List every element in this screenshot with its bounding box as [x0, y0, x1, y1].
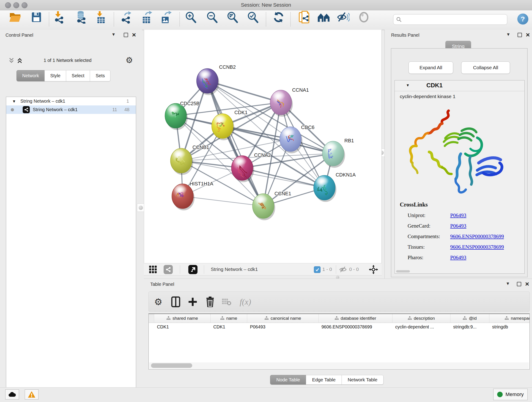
zoom-selected-icon[interactable] — [247, 11, 259, 24]
network-node-RB1[interactable] — [322, 141, 345, 168]
export-image-icon[interactable] — [159, 11, 172, 24]
control-panel-float-icon[interactable] — [124, 33, 128, 38]
network-canvas[interactable]: CCNB2CCNA1CDC25BCDK1CDC6RB1CCNB1CCNA2CDK… — [144, 30, 382, 263]
expand-all-tree-icon[interactable] — [8, 57, 15, 65]
zoom-fit-icon[interactable] — [226, 11, 239, 24]
tab-network-table[interactable]: Network Table — [342, 375, 384, 385]
results-panel-close-icon[interactable]: × — [526, 32, 530, 37]
column-header-@id[interactable]: @id — [450, 314, 489, 323]
import-table-file-icon[interactable] — [95, 11, 108, 24]
hide-selected-icon[interactable] — [337, 11, 350, 24]
splitter-handle-left[interactable] — [137, 204, 144, 212]
network-node-HIST1H1A[interactable] — [172, 184, 195, 211]
column-header-canonical-name[interactable]: canonical name — [247, 314, 319, 323]
column-header-database-identifier[interactable]: database identifier — [319, 314, 393, 323]
import-network-file-icon[interactable] — [53, 11, 66, 24]
show-columns-icon[interactable] — [169, 295, 182, 308]
network-row-selected[interactable]: String Network – cdk1 11 48 — [6, 105, 136, 114]
pan-crosshair-icon[interactable] — [369, 265, 378, 275]
column-header-description[interactable]: description — [393, 314, 450, 323]
network-node-CCNB1[interactable] — [171, 148, 193, 175]
refresh-view-icon[interactable] — [272, 11, 285, 24]
birds-eye-view-icon[interactable] — [149, 265, 157, 274]
collapse-all-button[interactable]: Collapse All — [461, 61, 510, 74]
tab-style[interactable]: Style — [44, 70, 66, 81]
crosslink-value-link[interactable]: P06493 — [450, 223, 466, 229]
node-table[interactable]: shared namenamecanonical namedatabase id… — [148, 313, 530, 370]
save-session-icon[interactable] — [30, 11, 43, 24]
column-header-namespace[interactable]: namespace — [489, 314, 530, 323]
network-node-CCNA1[interactable] — [270, 90, 293, 117]
cloud-status-button[interactable] — [5, 389, 19, 400]
zoom-out-icon[interactable] — [206, 11, 219, 24]
collection-collapse-icon[interactable]: ▼ — [12, 97, 16, 106]
crosslink-value-link[interactable]: P06493 — [450, 255, 466, 261]
crosslink-value-link[interactable]: 9606.ENSP00000378699 — [450, 234, 504, 240]
search-input[interactable] — [393, 14, 507, 25]
export-network-icon[interactable] — [120, 11, 133, 24]
table-panel-close-icon[interactable]: × — [525, 282, 529, 286]
table-cell[interactable]: cyclin-dependent ... — [393, 323, 450, 331]
control-panel-close-icon[interactable]: × — [132, 32, 136, 37]
detach-view-icon[interactable] — [188, 265, 197, 274]
expand-all-button[interactable]: Expand All — [409, 61, 453, 74]
open-session-icon[interactable] — [9, 11, 22, 24]
export-table-icon[interactable] — [140, 11, 153, 24]
selected-nodes-checkbox-icon[interactable] — [314, 266, 321, 273]
zoom-in-icon[interactable] — [184, 11, 197, 24]
network-node-CDKN1A[interactable] — [314, 175, 336, 202]
network-edge-HIST1H1A-CCNE1[interactable] — [183, 196, 263, 206]
tab-sets[interactable]: Sets — [90, 70, 110, 81]
table-hscrollbar[interactable] — [149, 362, 529, 369]
gene-collapse-icon[interactable]: ▾ — [407, 83, 409, 88]
control-panel-menu-icon[interactable]: ▾ — [112, 32, 115, 37]
table-panel-float-icon[interactable] — [517, 282, 521, 287]
column-header-shared-name[interactable]: shared name — [154, 314, 210, 323]
crosslink-value-link[interactable]: 9606.ENSP00000378699 — [450, 244, 504, 250]
search-field[interactable] — [404, 17, 507, 22]
warning-status-button[interactable] — [25, 389, 38, 400]
network-node-CDC6[interactable] — [280, 127, 302, 153]
table-cell[interactable]: CDK1 — [210, 323, 247, 331]
tab-node-table[interactable]: Node Table — [270, 375, 306, 385]
network-node-CDC25B[interactable] — [165, 103, 188, 130]
table-panel-menu-icon[interactable]: ▾ — [507, 281, 509, 286]
network-from-selection-icon[interactable] — [298, 11, 311, 24]
table-options-gear-icon[interactable]: ⚙ — [152, 295, 165, 308]
collapse-all-tree-icon[interactable] — [17, 57, 23, 65]
results-panel-float-icon[interactable] — [518, 33, 522, 38]
network-node-CCNA2[interactable] — [231, 156, 254, 182]
tab-network[interactable]: Network — [17, 70, 45, 81]
column-header-name[interactable]: name — [210, 314, 247, 323]
memory-button[interactable]: Memory — [493, 389, 528, 400]
network-options-gear-icon[interactable]: ⚙ — [126, 56, 133, 65]
crosslink-value-link[interactable]: P06493 — [450, 212, 466, 218]
results-hscroll-thumb[interactable] — [396, 270, 410, 273]
crosslink-row: Tissues:9606.ENSP00000378699 — [395, 242, 525, 253]
network-edge-CCNA2-CDKN1A[interactable] — [242, 168, 324, 188]
network-edge-CCNB2-CCNE1[interactable] — [207, 81, 263, 206]
table-hscroll-thumb[interactable] — [151, 363, 192, 368]
show-all-icon[interactable] — [357, 11, 370, 24]
network-node-CCNE1[interactable] — [253, 194, 275, 220]
network-node-CCNB2[interactable] — [196, 69, 219, 95]
tab-select[interactable]: Select — [66, 70, 90, 81]
table-cell[interactable]: CDK1 — [154, 323, 210, 331]
results-panel-menu-icon[interactable]: ▾ — [507, 32, 510, 37]
network-node-CDK1[interactable] — [212, 114, 234, 140]
tab-edge-table[interactable]: Edge Table — [306, 375, 342, 385]
table-cell[interactable]: stringdb:9... — [450, 323, 489, 331]
gene-detail-card: ▾ CDK1 cyclin-dependent kinase 1 — [394, 80, 525, 274]
import-network-database-icon[interactable] — [75, 11, 88, 24]
string-tab-icon[interactable] — [164, 265, 173, 274]
network-collection-row[interactable]: ▼ String Network – cdk1 1 — [6, 97, 136, 105]
table-cell[interactable]: P06493 — [247, 323, 319, 331]
table-cell[interactable]: stringdb — [489, 323, 530, 331]
create-column-icon[interactable] — [186, 295, 199, 308]
gene-header-row[interactable]: ▾ CDK1 — [395, 80, 525, 91]
table-cell[interactable]: 9606.ENSP00000378699 — [319, 323, 393, 331]
home-icon[interactable] — [317, 11, 330, 24]
delete-column-icon[interactable] — [204, 295, 216, 308]
help-button[interactable]: ? — [517, 13, 528, 25]
column-type-icon — [220, 316, 224, 321]
